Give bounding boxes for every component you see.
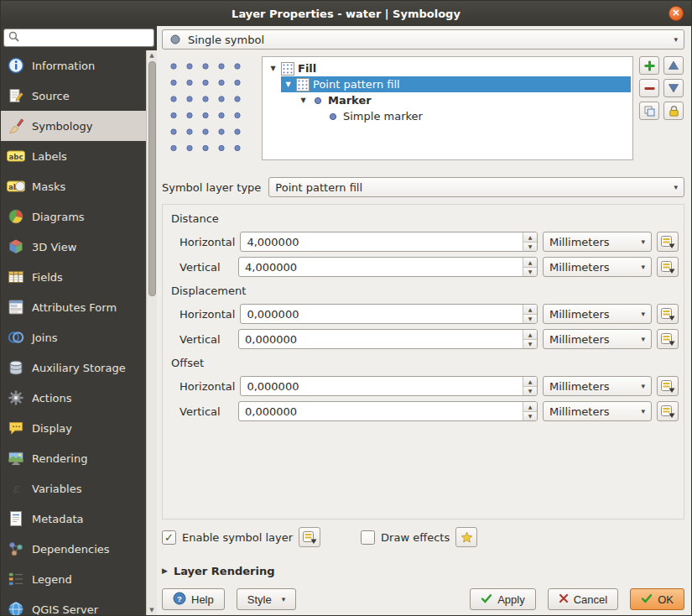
displacement-vertical-unit-select[interactable]: Millimeters▾ — [543, 329, 652, 349]
sidebar-item-legend[interactable]: Legend — [1, 564, 146, 594]
remove-symbol-layer-button[interactable] — [639, 79, 659, 97]
tree-row-fill[interactable]: ▼Fill — [266, 60, 631, 76]
enable-symbol-layer-checkbox[interactable]: ✓ — [162, 530, 176, 545]
displacement-vertical-value[interactable]: 0,000000 — [239, 330, 523, 348]
expander-icon[interactable]: ▼ — [284, 81, 293, 88]
spin-up-button[interactable]: ▲ — [523, 305, 537, 315]
spin-up-button[interactable]: ▲ — [523, 377, 537, 387]
displacement-horizontal-input[interactable]: 0,000000▲▼ — [240, 304, 538, 324]
spin-up-button[interactable]: ▲ — [523, 232, 537, 243]
spin-up-button[interactable]: ▲ — [523, 402, 537, 412]
offset-horizontal-input[interactable]: 0,000000▲▼ — [240, 376, 538, 396]
sidebar-item-label: Information — [32, 60, 95, 72]
add-symbol-layer-button[interactable] — [639, 56, 659, 75]
scrollbar-thumb[interactable] — [148, 61, 156, 296]
information-icon — [6, 56, 25, 75]
enable-layer-data-defined-button[interactable] — [299, 527, 320, 547]
sidebar-item-metadata[interactable]: Metadata — [1, 504, 146, 534]
distance-horizontal-value[interactable]: 4,000000 — [241, 232, 523, 251]
spin-up-button[interactable]: ▲ — [523, 330, 537, 340]
sidebar-item-dependencies[interactable]: Dependencies — [1, 534, 146, 564]
sidebar-item-variables[interactable]: εVariables — [1, 473, 146, 504]
distance-horizontal-unit-select[interactable]: Millimeters▾ — [543, 232, 652, 252]
displacement-horizontal-data-defined-button[interactable] — [657, 304, 679, 324]
offset-horizontal-unit-select[interactable]: Millimeters▾ — [543, 376, 652, 396]
sidebar-item-labels[interactable]: abcLabels — [1, 141, 146, 171]
distance-vertical-input[interactable]: 4,000000▲▼ — [238, 257, 538, 277]
offset-vertical-input[interactable]: 0,000000▲▼ — [238, 401, 538, 421]
sidebar-item-label: Fields — [32, 271, 63, 284]
expander-icon[interactable]: ▼ — [268, 65, 278, 72]
search-input[interactable] — [23, 32, 149, 44]
sidebar-scrollbar[interactable]: ▲ ▼ — [146, 50, 157, 615]
symbol-layers-tree: ▼Fill▼Point pattern fill▼MarkerSimple ma… — [262, 56, 633, 160]
apply-button[interactable]: Apply — [470, 588, 536, 610]
scroll-down-icon[interactable]: ▼ — [149, 606, 153, 614]
tree-row-point-pattern-fill[interactable]: ▼Point pattern fill — [281, 76, 631, 92]
style-button[interactable]: Style ▾ — [237, 588, 296, 610]
sidebar-item-actions[interactable]: Actions — [1, 383, 146, 413]
fill-preview-icon — [296, 78, 310, 91]
duplicate-symbol-layer-button[interactable] — [639, 102, 659, 120]
sidebar-item-attributes-form[interactable]: Attributes Form — [1, 292, 146, 322]
sidebar-item-diagrams[interactable]: Diagrams — [1, 201, 146, 232]
sidebar-item-information[interactable]: Information — [1, 50, 146, 81]
tree-row-marker[interactable]: ▼Marker — [296, 92, 631, 108]
spin-down-button[interactable]: ▼ — [523, 412, 537, 421]
symbol-preview — [162, 56, 256, 160]
spin-down-button[interactable]: ▼ — [523, 387, 537, 396]
ok-button[interactable]: OK — [630, 588, 684, 610]
distance-horizontal-data-defined-button[interactable] — [657, 232, 679, 252]
sidebar-item-auxiliary-storage[interactable]: Auxiliary Storage — [1, 352, 146, 383]
sidebar-item-qgis-server[interactable]: QGIS Server — [1, 594, 146, 615]
masks-icon: ab — [6, 177, 25, 196]
sidebar-item-rendering[interactable]: Rendering — [1, 443, 146, 473]
tree-row-simple-marker[interactable]: Simple marker — [311, 108, 631, 124]
spin-up-button[interactable]: ▲ — [523, 258, 537, 268]
offset-horizontal-data-defined-button[interactable] — [657, 376, 679, 396]
displacement-vertical-data-defined-button[interactable] — [657, 329, 679, 349]
draw-effects-checkbox[interactable] — [361, 530, 375, 545]
displacement-vertical-input[interactable]: 0,000000▲▼ — [238, 329, 538, 349]
sidebar-item-3d-view[interactable]: 3D View — [1, 232, 146, 262]
display-icon — [6, 419, 25, 437]
distance-horizontal-input[interactable]: 4,000000▲▼ — [240, 232, 538, 252]
titlebar[interactable]: Layer Properties - water | Symbology × — [1, 1, 691, 26]
labels-icon: abc — [6, 147, 25, 165]
sidebar-search[interactable] — [3, 29, 154, 47]
offset-vertical-value[interactable]: 0,000000 — [239, 402, 523, 420]
sidebar-item-symbology[interactable]: Symbology — [1, 111, 146, 141]
sidebar-item-display[interactable]: Display — [1, 413, 146, 443]
scroll-up-icon[interactable]: ▲ — [149, 51, 153, 60]
spin-down-button[interactable]: ▼ — [523, 243, 537, 252]
effects-options-button[interactable] — [455, 527, 477, 547]
sidebar-item-fields[interactable]: Fields — [1, 262, 146, 292]
expander-icon[interactable]: ▼ — [299, 97, 308, 104]
distance-vertical-value[interactable]: 4,000000 — [239, 258, 523, 276]
move-down-button[interactable] — [663, 79, 684, 97]
cancel-button[interactable]: Cancel — [548, 588, 618, 610]
spin-down-button[interactable]: ▼ — [523, 340, 537, 349]
help-icon: ? — [173, 592, 186, 608]
sidebar-item-source[interactable]: Source — [1, 81, 146, 111]
displacement-horizontal-value[interactable]: 0,000000 — [241, 305, 523, 323]
sidebar-item-joins[interactable]: Joins — [1, 322, 146, 352]
spin-down-button[interactable]: ▼ — [523, 268, 537, 277]
symbol-layer-type-select[interactable]: Point pattern fill ▾ — [268, 177, 684, 197]
close-button[interactable]: × — [669, 6, 684, 21]
layer-rendering-group[interactable]: ▶ Layer Rendering — [162, 563, 684, 578]
distance-vertical-data-defined-button[interactable] — [657, 257, 679, 277]
sidebar-item-masks[interactable]: abMasks — [1, 171, 146, 201]
help-button-label: Help — [191, 593, 214, 606]
displacement-horizontal-unit-select[interactable]: Millimeters▾ — [543, 304, 652, 324]
chevron-down-icon: ▾ — [674, 35, 678, 44]
distance-vertical-unit-select[interactable]: Millimeters▾ — [543, 257, 652, 277]
move-up-button[interactable] — [663, 56, 684, 75]
offset-vertical-data-defined-button[interactable] — [657, 401, 679, 421]
spin-down-button[interactable]: ▼ — [523, 315, 537, 324]
renderer-select[interactable]: Single symbol ▾ — [162, 29, 684, 50]
help-button[interactable]: ? Help — [162, 588, 225, 610]
offset-vertical-unit-select[interactable]: Millimeters▾ — [543, 401, 652, 421]
lock-colors-button[interactable] — [663, 102, 684, 120]
offset-horizontal-value[interactable]: 0,000000 — [241, 377, 523, 395]
